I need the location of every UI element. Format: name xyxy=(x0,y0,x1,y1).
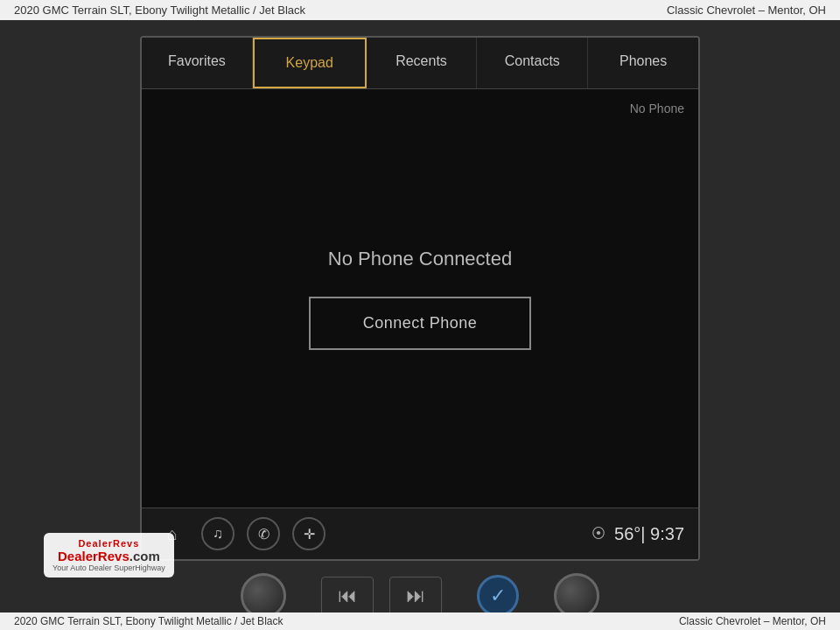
temp-time-display: 56°| 9:37 xyxy=(614,524,684,544)
music-icon: ♫ xyxy=(213,526,223,542)
watermark: DealerRevs DealerRevs.com Your Auto Deal… xyxy=(44,533,174,578)
watermark-domain: DealerRevs.com xyxy=(58,549,160,564)
no-phone-status: No Phone xyxy=(630,102,684,116)
top-bar-left: 2020 GMC Terrain SLT, Ebony Twilight Met… xyxy=(14,4,305,17)
infotainment-screen: Favorites Keypad Recents Contacts Phones… xyxy=(140,36,700,561)
fast-forward-button[interactable]: ⏭ xyxy=(389,577,442,615)
content-area: No Phone No Phone Connected Connect Phon… xyxy=(142,89,698,559)
watermark-top: DealerRevs xyxy=(78,538,139,549)
tab-contacts[interactable]: Contacts xyxy=(477,38,588,88)
tab-phones[interactable]: Phones xyxy=(588,38,698,88)
tab-recents[interactable]: Recents xyxy=(367,38,478,88)
add-button[interactable]: ✛ xyxy=(292,517,326,550)
top-info-bar: 2020 GMC Terrain SLT, Ebony Twilight Met… xyxy=(0,0,840,20)
watermark-tagline: Your Auto Dealer SuperHighway xyxy=(52,564,165,572)
toolbar-icons: ⌂ ♫ ✆ ✛ xyxy=(156,517,326,550)
content-center: No Phone Connected Connect Phone xyxy=(142,89,698,508)
music-button[interactable]: ♫ xyxy=(201,517,234,550)
bottom-toolbar: ⌂ ♫ ✆ ✛ ⦿ 56°| 9:37 xyxy=(142,508,698,559)
phone-button[interactable]: ✆ xyxy=(247,517,280,550)
bottom-bar-left: 2020 GMC Terrain SLT, Ebony Twilight Met… xyxy=(14,615,283,627)
add-icon: ✛ xyxy=(304,526,315,542)
connect-phone-button[interactable]: Connect Phone xyxy=(309,297,532,350)
no-phone-connected-text: No Phone Connected xyxy=(328,248,512,270)
tab-favorites[interactable]: Favorites xyxy=(142,38,253,88)
bottom-info-bar: 2020 GMC Terrain SLT, Ebony Twilight Met… xyxy=(0,612,840,630)
rewind-button[interactable]: ⏮ xyxy=(321,577,374,615)
checkmark-button[interactable]: ✓ xyxy=(477,575,519,617)
location-icon: ⦿ xyxy=(592,526,606,542)
tab-keypad[interactable]: Keypad xyxy=(253,38,367,88)
top-bar-right: Classic Chevrolet – Mentor, OH xyxy=(667,4,826,17)
phone-icon: ✆ xyxy=(258,526,270,542)
media-buttons: ⏮ ⏭ xyxy=(321,577,442,615)
bottom-bar-right: Classic Chevrolet – Mentor, OH xyxy=(679,615,826,627)
tab-bar: Favorites Keypad Recents Contacts Phones xyxy=(142,38,698,89)
toolbar-right: ⦿ 56°| 9:37 xyxy=(592,524,684,544)
